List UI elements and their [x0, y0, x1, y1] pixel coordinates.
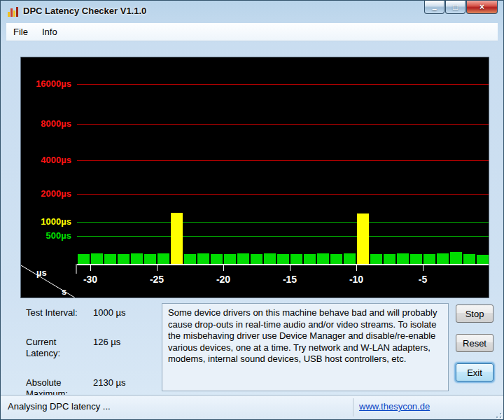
- latency-bar: [397, 253, 409, 264]
- window-controls: –□×: [424, 1, 498, 14]
- maximize-icon: □: [453, 2, 458, 12]
- latency-bar: [424, 254, 435, 264]
- latency-bar: [437, 253, 449, 264]
- exit-button[interactable]: Exit: [456, 363, 493, 382]
- gridline-500: [77, 236, 489, 237]
- gridline-8000: [77, 124, 489, 125]
- x-tick: [157, 265, 158, 271]
- latency-bar: [317, 253, 329, 264]
- driver-warning-text: Some device drivers on this machine beha…: [162, 303, 449, 391]
- latency-bar: [463, 254, 475, 264]
- latency-bar: [330, 254, 342, 264]
- axis-corner: µs s: [21, 264, 77, 298]
- gridline-16000: [77, 84, 489, 85]
- resize-grip[interactable]: [493, 410, 501, 418]
- close-button[interactable]: ×: [466, 1, 498, 14]
- stat-label: Test Interval:: [26, 307, 93, 318]
- minimize-button[interactable]: –: [424, 1, 444, 14]
- y-axis-label: 2000µs: [21, 188, 71, 199]
- latency-bar: [410, 254, 422, 264]
- latency-bar: [144, 254, 156, 264]
- x-tick-label: -25: [143, 274, 171, 285]
- gridline-1000: [77, 222, 489, 223]
- latency-bar: [78, 254, 90, 264]
- chart: µs s 16000µs8000µs4000µs2000µs1000µs500µ…: [20, 57, 489, 298]
- latency-bar: [158, 253, 169, 264]
- latency-bar: [357, 214, 369, 264]
- y-axis-label: 1000µs: [21, 216, 71, 227]
- x-tick-label: -20: [209, 274, 237, 285]
- x-tick: [90, 265, 91, 271]
- action-buttons: StopResetExit: [456, 304, 495, 393]
- x-tick-label: -30: [76, 274, 104, 285]
- close-icon: ×: [479, 2, 484, 12]
- latency-bar: [264, 253, 276, 264]
- stat-row: Test Interval:1000 µs: [26, 307, 159, 318]
- stat-label: Current Latency:: [26, 337, 93, 359]
- latency-bar: [450, 252, 462, 264]
- gridline-4000: [77, 160, 489, 161]
- x-tick-label: -5: [409, 274, 437, 285]
- latency-bar: [344, 253, 356, 264]
- y-axis-label: 16000µs: [21, 78, 71, 89]
- status-text: Analysing DPC latency ...: [8, 401, 111, 412]
- maximize-button[interactable]: □: [445, 1, 465, 14]
- latency-bar: [171, 213, 183, 264]
- x-tick: [290, 265, 290, 271]
- minimize-icon: –: [432, 4, 437, 14]
- title-bar[interactable]: DPC Latency Checker V1.1.0 –□×: [1, 1, 503, 22]
- y-axis-label: 4000µs: [21, 155, 71, 165]
- latency-bar: [211, 254, 223, 264]
- status-bar: Analysing DPC latency ... www.thesycon.d…: [1, 395, 503, 420]
- latency-bar: [370, 254, 382, 264]
- menu-file[interactable]: File: [6, 23, 35, 41]
- latency-bar: [104, 254, 116, 264]
- y-axis-label: 500µs: [21, 230, 71, 241]
- y-unit-label: µs: [36, 267, 47, 278]
- menu-bar: FileInfo: [6, 23, 498, 41]
- menu-info[interactable]: Info: [35, 23, 64, 41]
- stat-row: Current Latency:126 µs: [26, 337, 159, 359]
- latency-bar: [91, 253, 103, 264]
- latency-bar: [118, 254, 130, 264]
- latency-bar: [304, 254, 316, 264]
- stat-value: 126 µs: [93, 337, 120, 359]
- gridline-2000: [77, 194, 489, 195]
- latency-bar: [384, 254, 396, 264]
- bar-chart-icon: [8, 6, 19, 17]
- latency-bar: [131, 253, 143, 264]
- x-unit-label: s: [62, 286, 66, 297]
- latency-bar: [290, 254, 302, 264]
- latency-bar: [224, 254, 236, 264]
- stat-value: 1000 µs: [93, 307, 126, 318]
- x-axis-line: [77, 264, 489, 265]
- reset-button[interactable]: Reset: [456, 334, 493, 352]
- x-tick-label: -10: [342, 274, 370, 285]
- status-separator: [353, 398, 354, 416]
- stop-button[interactable]: Stop: [456, 304, 493, 323]
- y-axis-label: 8000µs: [21, 118, 71, 129]
- x-tick: [356, 265, 357, 271]
- latency-bar: [477, 255, 489, 264]
- window-title: DPC Latency Checker V1.1.0: [23, 6, 146, 16]
- latency-bar: [277, 254, 289, 264]
- x-tick-label: -15: [276, 274, 304, 285]
- latency-bar: [237, 253, 249, 264]
- x-tick: [223, 265, 224, 271]
- thesycon-link[interactable]: www.thesycon.de: [359, 401, 430, 412]
- latency-bar: [184, 254, 196, 264]
- x-tick: [423, 265, 424, 271]
- latency-bar: [251, 254, 262, 264]
- app-window: DPC Latency Checker V1.1.0 –□× FileInfo …: [0, 0, 504, 420]
- latency-bar: [197, 253, 209, 264]
